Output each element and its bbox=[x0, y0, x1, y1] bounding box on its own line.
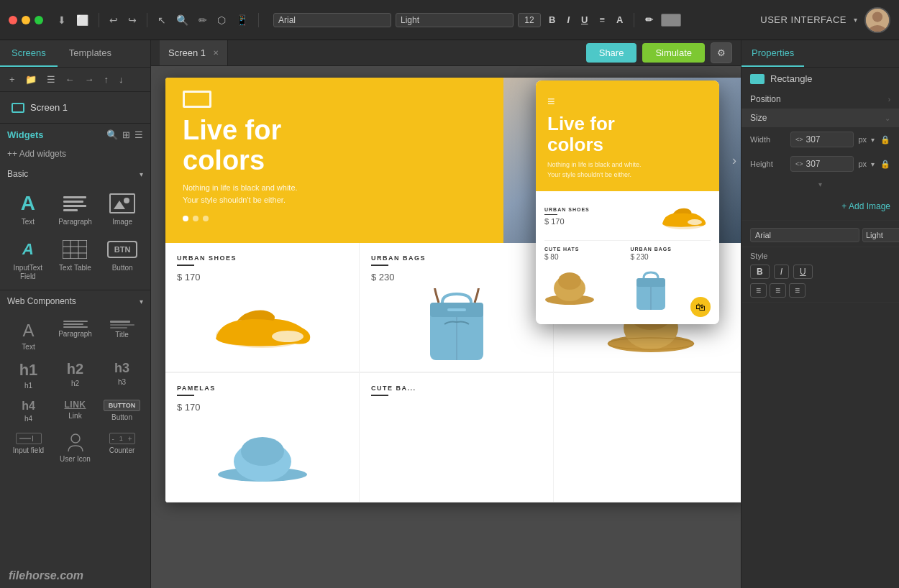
tab-screens[interactable]: Screens bbox=[0, 40, 58, 67]
mobile-shoes-divider bbox=[544, 214, 557, 215]
search-icon[interactable]: 🔍 bbox=[173, 13, 191, 27]
wc-user-icon[interactable]: User Icon bbox=[53, 427, 98, 466]
wc-counter[interactable]: - 1 + Counter bbox=[99, 427, 145, 466]
width-input[interactable]: 307 bbox=[806, 134, 835, 144]
list-view-icon[interactable]: ☰ bbox=[134, 129, 143, 140]
widget-image[interactable]: Image bbox=[100, 186, 145, 229]
sort-up-icon[interactable]: ↑ bbox=[101, 72, 113, 87]
tab-templates[interactable]: Templates bbox=[58, 40, 123, 67]
wc-link[interactable]: LINK Link bbox=[53, 394, 98, 426]
settings-button[interactable]: ⚙ bbox=[711, 42, 732, 63]
forward-icon[interactable]: ↪ bbox=[125, 13, 140, 27]
search-widgets-icon[interactable]: 🔍 bbox=[106, 129, 118, 140]
font-family-input[interactable]: Arial bbox=[273, 13, 391, 27]
products-row2: PAMELAS $ 170 CUTE BA... bbox=[165, 372, 741, 502]
widget-image-icon bbox=[108, 192, 137, 215]
widget-paragraph[interactable]: Paragraph bbox=[53, 186, 98, 229]
download-icon[interactable]: ⬇ bbox=[55, 13, 69, 27]
shoes-category: URBAN SHOES bbox=[177, 254, 347, 262]
simulate-button[interactable]: Simulate bbox=[642, 43, 705, 63]
mobile-icon[interactable]: 📱 bbox=[233, 13, 251, 27]
list-icon[interactable]: ☰ bbox=[43, 72, 59, 87]
bags-price: $ 230 bbox=[371, 272, 542, 282]
nav-right-icon[interactable]: → bbox=[81, 72, 98, 87]
bold-style-btn[interactable]: B bbox=[750, 265, 770, 279]
align-right-btn[interactable]: ≡ bbox=[789, 283, 806, 298]
web-components-header[interactable]: Web Components ▾ bbox=[0, 290, 150, 312]
para-line3 bbox=[63, 205, 86, 207]
widget-button[interactable]: BTN Button bbox=[100, 232, 145, 284]
tab-close-icon[interactable]: ✕ bbox=[213, 49, 219, 57]
align-toolbar-btn[interactable]: ≡ bbox=[595, 13, 608, 27]
maximize-button[interactable] bbox=[35, 16, 43, 24]
wc-input-field[interactable]: Input field bbox=[6, 427, 51, 466]
panel-tabs: Properties bbox=[741, 40, 899, 68]
dot-3 bbox=[203, 216, 209, 221]
wc-h1[interactable]: h1 h1 bbox=[6, 355, 51, 392]
wc-text[interactable]: A Text bbox=[6, 315, 51, 354]
back-icon[interactable]: ↩ bbox=[106, 13, 121, 27]
pamelas-divider bbox=[177, 395, 194, 396]
share-button[interactable]: Share bbox=[586, 43, 637, 63]
user-chevron[interactable]: ▾ bbox=[854, 16, 857, 24]
cursor-icon[interactable]: ↖ bbox=[155, 13, 169, 27]
nav-left-icon[interactable]: ← bbox=[62, 72, 78, 87]
watermark-prefix: file bbox=[9, 569, 25, 582]
avatar[interactable] bbox=[864, 7, 890, 33]
bold-toolbar-btn[interactable]: B bbox=[545, 13, 559, 27]
wc-h4[interactable]: h4 h4 bbox=[6, 394, 51, 426]
wc-paragraph[interactable]: Paragraph bbox=[53, 315, 98, 354]
underline-style-btn[interactable]: U bbox=[793, 265, 813, 279]
width-dropdown-icon[interactable]: ▾ bbox=[871, 136, 875, 144]
font-size-input[interactable]: 12 bbox=[518, 13, 541, 27]
italic-toolbar-btn[interactable]: I bbox=[563, 13, 573, 27]
sort-down-icon[interactable]: ↓ bbox=[115, 72, 127, 87]
basic-section-header[interactable]: Basic ▾ bbox=[0, 165, 150, 183]
minimize-button[interactable] bbox=[22, 16, 30, 24]
content-tab-screen1[interactable]: Screen 1 ✕ bbox=[160, 40, 228, 65]
wc-h2[interactable]: h2 h2 bbox=[53, 355, 98, 392]
pen-icon[interactable]: ✏ bbox=[196, 13, 210, 27]
widget-text-table[interactable]: Text Table bbox=[53, 232, 98, 284]
align-center-btn[interactable]: ≡ bbox=[770, 283, 786, 298]
mobile-cart-button[interactable]: 🛍 bbox=[690, 297, 711, 317]
font-weight-input[interactable]: Light bbox=[396, 13, 514, 27]
color-swatch[interactable] bbox=[661, 14, 681, 27]
bag-svg bbox=[417, 288, 496, 360]
height-lock-icon[interactable]: 🔒 bbox=[880, 160, 890, 169]
height-input[interactable]: 307 bbox=[806, 159, 835, 169]
pencil-btn[interactable]: ✏ bbox=[642, 13, 657, 27]
mobile-hero: ≡ Live for colors Nothing in life is bla… bbox=[536, 81, 719, 191]
italic-style-btn[interactable]: I bbox=[774, 265, 789, 279]
svg-rect-13 bbox=[447, 308, 466, 311]
wc-h1-label: h1 bbox=[24, 382, 32, 390]
position-expand-icon: › bbox=[888, 96, 890, 104]
font-name-input[interactable] bbox=[750, 228, 859, 242]
folder-icon[interactable]: 📁 bbox=[22, 72, 40, 87]
window-icon[interactable]: ⬜ bbox=[73, 13, 91, 27]
close-button[interactable] bbox=[9, 16, 17, 24]
panel-expand-icon[interactable]: ▾ bbox=[818, 180, 822, 188]
add-widgets-btn[interactable]: + + Add widgets bbox=[0, 146, 150, 165]
panel-size-row[interactable]: Size ⌄ bbox=[741, 109, 899, 127]
font-weight-panel-input[interactable] bbox=[862, 228, 899, 242]
add-image-btn[interactable]: + Add Image bbox=[841, 201, 890, 211]
width-lock-icon[interactable]: 🔒 bbox=[880, 135, 890, 144]
grid-view-icon[interactable]: ⊞ bbox=[122, 129, 130, 140]
hero-next-arrow[interactable]: › bbox=[732, 153, 736, 168]
widget-text[interactable]: A Text bbox=[6, 186, 50, 229]
panel-position-row[interactable]: Position › bbox=[741, 90, 899, 109]
screen-item-1[interactable]: Screen 1 bbox=[6, 98, 145, 117]
wc-button[interactable]: BUTTON Button bbox=[99, 394, 145, 426]
wc-title[interactable]: Title bbox=[99, 315, 145, 354]
underline-toolbar-btn[interactable]: U bbox=[578, 13, 591, 27]
wc-h3[interactable]: h3 h3 bbox=[99, 355, 145, 392]
align-left-btn[interactable]: ≡ bbox=[750, 283, 767, 298]
mobile-shoes-category: URBAN SHOES bbox=[544, 207, 651, 212]
add-screen-btn[interactable]: + bbox=[6, 72, 19, 87]
widget-input-text[interactable]: A InputText Field bbox=[6, 232, 50, 284]
text-style-btn[interactable]: A bbox=[613, 13, 626, 27]
shapes-icon[interactable]: ⬡ bbox=[214, 13, 229, 27]
panel-tab-properties[interactable]: Properties bbox=[741, 40, 804, 67]
height-dropdown-icon[interactable]: ▾ bbox=[871, 160, 875, 168]
